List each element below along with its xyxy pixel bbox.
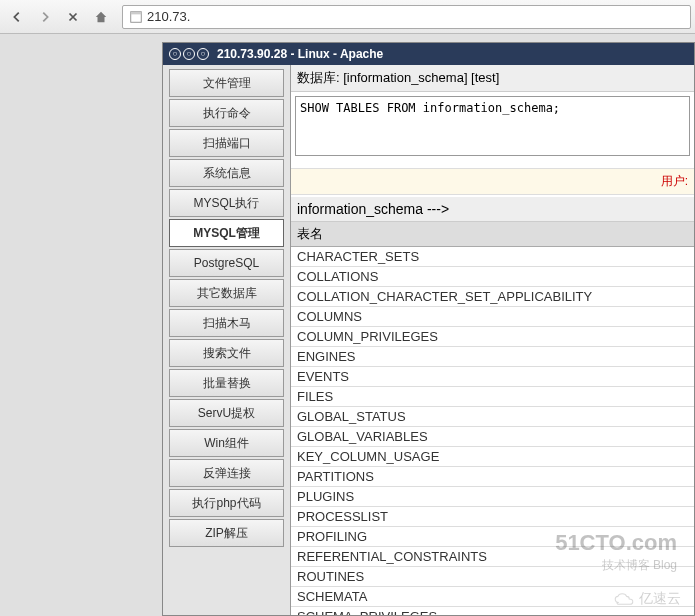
window-max-icon[interactable]: ○ (197, 48, 209, 60)
watermark-51cto-sub: 技术博客 Blog (602, 557, 677, 574)
watermark-yisu: 亿速云 (613, 590, 681, 608)
cloud-icon (613, 592, 635, 606)
sidebar-item-6[interactable]: PostgreSQL (169, 249, 284, 277)
table-row[interactable]: COLUMN_PRIVILEGES (291, 327, 694, 347)
watermark-51cto: 51CTO.com (555, 530, 677, 556)
table-row[interactable]: ENGINES (291, 347, 694, 367)
sidebar-item-8[interactable]: 扫描木马 (169, 309, 284, 337)
database-header: 数据库: [information_schema] [test] (291, 65, 694, 92)
sidebar-item-9[interactable]: 搜索文件 (169, 339, 284, 367)
table-row[interactable]: KEY_COLUMN_USAGE (291, 447, 694, 467)
sidebar-item-14[interactable]: 执行php代码 (169, 489, 284, 517)
sidebar-item-11[interactable]: ServU提权 (169, 399, 284, 427)
forward-button[interactable] (32, 5, 58, 29)
sidebar-item-7[interactable]: 其它数据库 (169, 279, 284, 307)
stop-button[interactable] (60, 5, 86, 29)
window-close-icon[interactable]: ○ (169, 48, 181, 60)
schema-header: information_schema ---> (291, 197, 694, 222)
table-row[interactable]: PROCESSLIST (291, 507, 694, 527)
table-row[interactable]: PARTITIONS (291, 467, 694, 487)
table-row[interactable]: CHARACTER_SETS (291, 247, 694, 267)
sidebar-item-0[interactable]: 文件管理 (169, 69, 284, 97)
sidebar-item-5[interactable]: MYSQL管理 (169, 219, 284, 247)
sidebar-item-15[interactable]: ZIP解压 (169, 519, 284, 547)
url-bar[interactable]: 210.73. (122, 5, 691, 29)
svg-rect-1 (131, 11, 142, 14)
sidebar-item-2[interactable]: 扫描端口 (169, 129, 284, 157)
table-row[interactable]: PLUGINS (291, 487, 694, 507)
home-button[interactable] (88, 5, 114, 29)
table-row[interactable]: FILES (291, 387, 694, 407)
sidebar-item-4[interactable]: MYSQL执行 (169, 189, 284, 217)
page-icon (129, 10, 143, 24)
sidebar-item-10[interactable]: 批量替换 (169, 369, 284, 397)
table-row[interactable]: COLUMNS (291, 307, 694, 327)
window-min-icon[interactable]: ○ (183, 48, 195, 60)
sidebar-item-12[interactable]: Win组件 (169, 429, 284, 457)
table-row[interactable]: COLLATION_CHARACTER_SET_APPLICABILITY (291, 287, 694, 307)
query-box[interactable]: SHOW TABLES FROM information_schema; (295, 96, 690, 156)
table-row[interactable]: GLOBAL_STATUS (291, 407, 694, 427)
sidebar: 文件管理执行命令扫描端口系统信息MYSQL执行MYSQL管理PostgreSQL… (163, 65, 291, 615)
back-button[interactable] (4, 5, 30, 29)
window-header: ○ ○ ○ 210.73.90.28 - Linux - Apache (163, 43, 694, 65)
table-row[interactable]: EVENTS (291, 367, 694, 387)
table-row[interactable]: COLLATIONS (291, 267, 694, 287)
table-row[interactable]: SCHEMA_PRIVILEGES (291, 607, 694, 615)
window-controls: ○ ○ ○ (169, 48, 209, 60)
table-column-header: 表名 (291, 222, 694, 247)
window-title: 210.73.90.28 - Linux - Apache (217, 47, 383, 61)
sidebar-item-1[interactable]: 执行命令 (169, 99, 284, 127)
user-bar: 用户: (291, 168, 694, 195)
sidebar-item-3[interactable]: 系统信息 (169, 159, 284, 187)
table-row[interactable]: GLOBAL_VARIABLES (291, 427, 694, 447)
url-text: 210.73. (147, 9, 190, 24)
browser-toolbar: 210.73. (0, 0, 695, 34)
sidebar-item-13[interactable]: 反弹连接 (169, 459, 284, 487)
